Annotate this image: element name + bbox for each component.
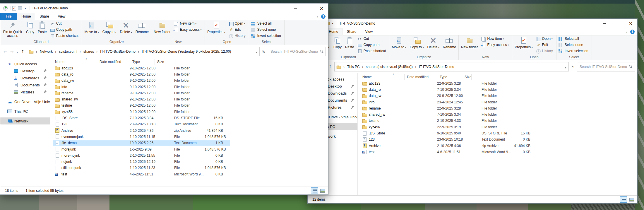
file-row[interactable]: file_demo 19-9-2025 2:26 Text Document 1…: [53, 140, 229, 146]
qat-customize-chevron-icon[interactable]: [331, 21, 334, 26]
qat-separator[interactable]: [337, 21, 337, 25]
sidebar-item-network[interactable]: Network: [0, 117, 50, 124]
select-all-button[interactable]: Select all: [250, 21, 284, 27]
help-icon[interactable]: [630, 30, 635, 34]
close-button[interactable]: [624, 19, 637, 28]
delete-button[interactable]: Delete: [118, 21, 134, 39]
minimize-button[interactable]: [289, 4, 302, 13]
maximize-button[interactable]: [302, 4, 315, 13]
breadcrumb-it-itvo-scistor-demo[interactable]: IT-ITVO-SciStor-Demo: [413, 65, 454, 69]
select-none-button[interactable]: Select none: [250, 27, 284, 33]
minimize-ribbon-icon[interactable]: [316, 14, 318, 19]
file-row[interactable]: evenmorejunk 1-10-2025 11:15 File 1.048.…: [53, 134, 229, 140]
sidebar-item-downloads[interactable]: Downloads: [0, 74, 50, 81]
breadcrumb-this-pc[interactable]: This PC: [341, 65, 360, 69]
up-button[interactable]: [20, 49, 25, 54]
pin-to-quick-access-button[interactable]: Pin to Quick access: [1, 21, 24, 39]
rename-button[interactable]: Rename: [441, 36, 458, 54]
breadcrumb[interactable]: This PCshares (scistor.vu.nl (SciStor))I…: [334, 62, 569, 71]
file-row[interactable]: 123 23-9-2025 10:18 Text Document 0 KB: [53, 121, 229, 127]
file-row[interactable]: testme 2-10-2025 4:33 File folder: [360, 118, 537, 124]
sidebar-item-pictures[interactable]: Pictures: [0, 88, 50, 95]
column-header-type[interactable]: Type: [130, 59, 155, 65]
thumbnail-view-button[interactable]: [628, 196, 636, 203]
breadcrumb-it-itvo-scistor-demo[interactable]: IT-ITVO-SciStor-Demo: [94, 49, 136, 54]
tab-share[interactable]: Share: [342, 28, 361, 35]
breadcrumb-scistor-vu-nl[interactable]: scistor.vu.nl: [53, 49, 77, 54]
new-folder-button[interactable]: New folder: [459, 36, 479, 54]
delete-button[interactable]: Delete: [426, 36, 441, 54]
file-row[interactable]: data_rw 9-10-2025 12:00 File folder: [53, 78, 229, 84]
open-button[interactable]: Open: [227, 21, 248, 27]
history-button[interactable]: History: [227, 33, 248, 39]
sidebar-item-quick-access[interactable]: Quick access: [0, 60, 50, 67]
column-header-type[interactable]: Type: [437, 74, 462, 80]
properties-button[interactable]: Properties: [513, 36, 534, 54]
file-row[interactable]: nojunk 1-10-2025 12:19 File 0 KB: [53, 158, 229, 165]
file-row[interactable]: more-nojink 2-10-2025 11:55 File 0 KB: [53, 152, 229, 158]
file-row[interactable]: abc123 9-10-2025 12:00 File folder: [53, 65, 229, 71]
edit-button[interactable]: Edit: [535, 42, 556, 48]
close-button[interactable]: [315, 4, 328, 13]
refresh-icon[interactable]: [261, 49, 266, 54]
sidebar-item-this-pc[interactable]: This PC: [0, 108, 50, 115]
thumbnail-view-button[interactable]: [319, 187, 326, 194]
details-view-button[interactable]: [620, 196, 627, 203]
breadcrumb-shares[interactable]: shares: [77, 49, 94, 54]
column-header-size[interactable]: Size: [155, 59, 164, 65]
invert-selection-button[interactable]: Invert selection: [557, 48, 591, 54]
minimize-button[interactable]: [598, 19, 611, 28]
history-button[interactable]: History: [535, 48, 556, 54]
file-row[interactable]: 123 23-9-2025 10:18 Text Document 0 KB: [360, 136, 537, 143]
select-all-button[interactable]: Select all: [557, 36, 591, 42]
copy-path-button[interactable]: Copy path: [49, 27, 81, 33]
title-bar[interactable]: IT-ITVO-SciStor-Demo: [0, 4, 328, 13]
paste-button[interactable]: Paste: [343, 36, 356, 54]
help-icon[interactable]: [321, 14, 326, 19]
column-header-name[interactable]: Name: [360, 74, 405, 80]
file-row[interactable]: info 23-4-2024 12:45 File folder: [360, 99, 537, 105]
file-row[interactable]: .DS_Store 7-10-2025 3:34 DS_STORE File 1…: [53, 115, 229, 121]
qat-separator[interactable]: [30, 6, 30, 10]
file-row[interactable]: test 4-6-2025 11:51 Microsoft Word 9... …: [53, 171, 229, 177]
paste-button[interactable]: Paste: [36, 21, 49, 39]
tab-view[interactable]: View: [53, 13, 70, 20]
tab-view[interactable]: View: [361, 28, 377, 35]
copy-to-button[interactable]: Copy to: [408, 36, 426, 54]
qat-customize-chevron-icon[interactable]: [24, 6, 27, 11]
properties-button[interactable]: Properties: [205, 21, 227, 39]
forward-button[interactable]: [9, 49, 15, 54]
file-row[interactable]: info 9-10-2025 12:00 File folder: [53, 84, 229, 90]
search-input[interactable]: [577, 62, 628, 71]
new-item-button[interactable]: New item: [479, 36, 511, 42]
file-row[interactable]: testme 9-10-2025 12:00 File folder: [53, 103, 229, 109]
copy-to-button[interactable]: Copy to: [101, 21, 118, 39]
search-box[interactable]: [577, 62, 635, 71]
file-row[interactable]: data_ro 9-10-2025 12:00 File folder: [53, 71, 229, 77]
tab-file[interactable]: File: [0, 13, 17, 20]
new-item-button[interactable]: New item: [172, 21, 204, 27]
new-folder-qat-icon[interactable]: [17, 6, 23, 11]
column-header-name[interactable]: Name: [53, 59, 97, 65]
cut-button[interactable]: Cut: [49, 21, 81, 27]
properties-check-icon[interactable]: [12, 6, 16, 11]
minimize-ribbon-icon[interactable]: [626, 29, 628, 35]
file-row[interactable]: shared_rw 9-10-2025 12:00 File folder: [53, 96, 229, 102]
column-header-date-modified[interactable]: Date modified: [97, 59, 130, 65]
maximize-button[interactable]: [611, 19, 624, 28]
file-row[interactable]: Archive 2-10-2025 4:36 zip Archive 41.89…: [360, 143, 537, 149]
tab-home[interactable]: Home: [17, 13, 35, 20]
sidebar-item-documents[interactable]: Documents: [0, 81, 50, 88]
breadcrumb-it-itvo-scistor-demo-snapshot[interactable]: IT-ITVO-SciStor-Demo (Yesterday 9 oktobe…: [136, 49, 231, 54]
recent-locations-chevron-icon[interactable]: [16, 49, 19, 54]
qat-separator[interactable]: [11, 6, 11, 10]
file-row[interactable]: data_ro 7-10-2025 3:34 File folder: [360, 86, 537, 93]
cut-button[interactable]: Cut: [356, 36, 389, 42]
file-row[interactable]: xyz456 22-9-2025 3:19 File folder: [360, 124, 537, 130]
file-row[interactable]: data_rw 20-9-2025 12:00 File folder: [360, 93, 537, 99]
select-none-button[interactable]: Select none: [557, 42, 591, 48]
file-row[interactable]: morejunk 1-5-2025 9:09 File 1.048.576 KB: [53, 146, 229, 152]
search-input[interactable]: [268, 47, 319, 56]
paste-shortcut-button[interactable]: Paste shortcut: [49, 33, 81, 39]
refresh-icon[interactable]: [570, 64, 576, 70]
